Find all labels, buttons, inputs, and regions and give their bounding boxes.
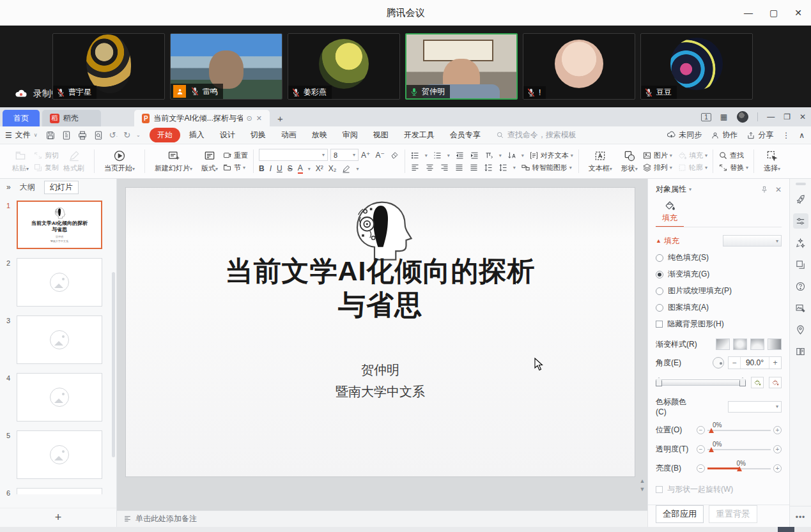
italic-button[interactable]: I [270,164,272,173]
effects-icon[interactable] [793,235,808,250]
font-color-button[interactable]: A [298,163,303,174]
slide-canvas[interactable]: 当前文学AI化倾向的探析与省思 贺仲明 暨南大学中文系 ▲▼ [117,179,647,510]
help-icon[interactable] [793,278,808,294]
ribbon-tab-design[interactable]: 设计 [213,128,242,142]
line-spacing-icon[interactable] [484,163,493,172]
fill-button[interactable]: 填充▾ [677,151,707,160]
play-from-current-button[interactable]: 当页开始▾ [100,149,139,174]
superscript-button[interactable]: X² [316,164,323,173]
image-tools-icon[interactable] [793,300,808,315]
textbox-button[interactable]: 文本框▾ [584,149,617,174]
tab-pin-icon[interactable]: ⊙ [247,114,252,123]
ribbon-tab-animation[interactable]: 动画 [275,128,303,142]
add-gradient-stop-button[interactable] [751,377,764,388]
increase-indent-icon[interactable] [470,151,479,160]
properties-panel-title[interactable]: 对象属性 [656,184,686,195]
brightness-handle[interactable] [737,466,742,471]
align-right-icon[interactable] [440,163,449,172]
fill-preset-dropdown[interactable]: ▾ [723,235,782,247]
outline-tab[interactable]: 大纲 [20,182,35,193]
command-search[interactable]: 查找命令，搜索模板 [496,130,576,141]
ribbon-tab-member[interactable]: 会员专享 [444,128,487,142]
ribbon-tab-devtools[interactable]: 开发工具 [398,128,441,142]
ribbon-tab-view[interactable]: 视图 [367,128,395,142]
participant-video[interactable]: 豆豆 [640,33,753,100]
gradient-style-rect-button[interactable] [750,338,764,350]
angle-decrease-button[interactable]: − [729,357,740,369]
picture-button[interactable]: 图片▾ [642,151,672,160]
paste-button[interactable]: 粘贴▾ [8,149,33,174]
position-decrease-button[interactable]: − [697,426,705,434]
cut-button[interactable]: 剪切 [33,151,59,160]
participant-video[interactable]: ! [523,33,635,100]
shapes-button[interactable]: 形状▾ [617,149,642,174]
select-button[interactable]: 选择▾ [759,149,785,174]
highlight-pen-icon[interactable] [341,164,351,174]
section-button[interactable]: 节▾ [222,163,248,172]
section-collapse-icon[interactable]: ▲ [656,238,661,244]
window-split-view-icon[interactable]: 1 [701,113,711,121]
ribbon-tab-transition[interactable]: 切换 [244,128,272,142]
participant-video[interactable]: 雷鸣 [170,33,282,100]
notes-bar[interactable]: 单击此处添加备注 [117,510,647,527]
numbered-list-icon[interactable] [433,151,442,160]
meeting-maximize-button[interactable]: ▢ [769,8,778,18]
ribbon-tab-insert[interactable]: 插入 [183,128,211,142]
wps-close-button[interactable]: ✕ [799,112,806,121]
stop-color-dropdown[interactable]: ▾ [728,401,782,413]
more-menu-icon[interactable]: ⋮ [782,131,790,140]
close-panel-icon[interactable]: ✕ [775,185,782,194]
align-justify-icon[interactable] [454,163,464,172]
ribbon-tab-review[interactable]: 审阅 [336,128,364,142]
angle-dial[interactable] [713,357,724,369]
share-button[interactable]: 分享 [746,130,773,141]
increase-font-button[interactable]: A⁺ [361,151,370,160]
option-picture-fill[interactable]: 图片或纹理填充(P) [656,285,782,296]
meeting-minimize-button[interactable]: — [744,8,753,18]
sort-text-icon[interactable] [507,151,516,160]
collapse-ribbon-icon[interactable]: ∧ [799,131,805,140]
apply-all-button[interactable]: 全部应用 [656,505,704,523]
collapse-panel-icon[interactable]: » [6,183,11,192]
angle-value[interactable]: 90.0° [740,357,769,369]
file-menu[interactable]: ☰ 文件 ∨ [5,130,38,141]
slide-thumbnail[interactable] [17,373,102,422]
animation-pane-icon[interactable] [793,257,808,272]
convert-smart-graphic-button[interactable]: 转智能图形▾ [521,163,572,172]
slide-thumbnail[interactable] [17,258,102,307]
format-painter-button[interactable]: 格式刷 [59,149,89,174]
next-slide-icon[interactable]: ▼ [640,486,645,492]
bullet-list-icon[interactable] [410,151,420,160]
transparency-decrease-button[interactable]: − [697,445,705,453]
gradient-style-path-button[interactable] [768,338,782,350]
slide-thumbnail[interactable] [17,430,102,479]
navigation-icon[interactable] [793,322,808,337]
wps-restore-button[interactable]: ❐ [784,112,791,121]
participant-video[interactable]: 姜彩燕 [288,33,400,100]
pin-panel-icon[interactable] [760,185,769,194]
tab-docer[interactable]: 稻 稻壳 [42,110,101,126]
tab-close-icon[interactable]: ✕ [256,114,262,123]
text-direction-icon[interactable] [484,151,494,160]
align-left-icon[interactable] [410,163,420,172]
ribbon-tab-slideshow[interactable]: 放映 [305,128,334,142]
remove-gradient-stop-button[interactable] [769,377,782,388]
arrange-button[interactable]: 排列▾ [642,163,672,172]
new-slide-button[interactable]: 新建幻灯片▾ [150,149,197,174]
decrease-font-button[interactable]: A⁻ [375,151,384,160]
find-button[interactable]: 查找 [718,151,748,160]
position-increase-button[interactable]: + [773,426,782,434]
slide-thumbnail[interactable] [17,488,102,494]
reset-background-button[interactable]: 重置背景 [709,505,757,523]
reading-mode-icon[interactable] [793,344,808,359]
underline-button[interactable]: U [277,164,282,173]
more-tools-button[interactable]: ••• [790,506,811,522]
prev-slide-icon[interactable]: ▲ [640,478,645,484]
gradient-stop-handle[interactable] [656,377,662,386]
transparency-handle[interactable] [709,447,714,452]
gradient-style-radial-button[interactable] [733,338,747,350]
gradient-stop-bar[interactable] [656,379,746,386]
strikethrough-button[interactable]: S [288,164,293,173]
slide-head-graphic[interactable] [340,194,421,263]
tab-document[interactable]: P 当前文学AI化倾...探析与省思(1) ⊙ ✕ [134,110,270,126]
